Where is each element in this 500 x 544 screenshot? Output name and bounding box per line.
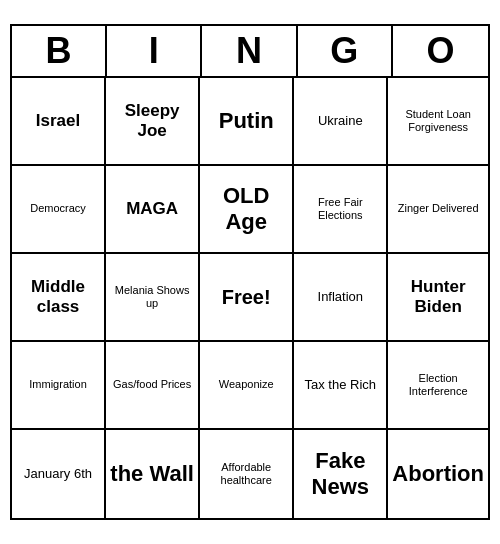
bingo-card: BINGO IsraelSleepy JoePutinUkraineStuden…	[10, 24, 490, 520]
bingo-cell-9: Zinger Delivered	[388, 166, 488, 254]
bingo-cell-15: Immigration	[12, 342, 106, 430]
bingo-grid: IsraelSleepy JoePutinUkraineStudent Loan…	[12, 78, 488, 518]
bingo-cell-22: Affordable healthcare	[200, 430, 294, 518]
bingo-cell-10: Middle class	[12, 254, 106, 342]
bingo-header: BINGO	[12, 26, 488, 78]
bingo-cell-4: Student Loan Forgiveness	[388, 78, 488, 166]
bingo-cell-1: Sleepy Joe	[106, 78, 200, 166]
bingo-cell-6: MAGA	[106, 166, 200, 254]
bingo-cell-16: Gas/food Prices	[106, 342, 200, 430]
bingo-letter: B	[12, 26, 107, 76]
bingo-cell-5: Democracy	[12, 166, 106, 254]
bingo-cell-3: Ukraine	[294, 78, 388, 166]
bingo-cell-14: Hunter Biden	[388, 254, 488, 342]
bingo-cell-19: Election Interference	[388, 342, 488, 430]
bingo-cell-0: Israel	[12, 78, 106, 166]
bingo-cell-17: Weaponize	[200, 342, 294, 430]
bingo-cell-23: Fake News	[294, 430, 388, 518]
bingo-letter: N	[202, 26, 297, 76]
bingo-cell-21: the Wall	[106, 430, 200, 518]
bingo-letter: O	[393, 26, 488, 76]
bingo-cell-7: OLD Age	[200, 166, 294, 254]
bingo-cell-13: Inflation	[294, 254, 388, 342]
bingo-letter: I	[107, 26, 202, 76]
bingo-cell-11: Melania Shows up	[106, 254, 200, 342]
bingo-cell-12: Free!	[200, 254, 294, 342]
bingo-cell-8: Free Fair Elections	[294, 166, 388, 254]
bingo-cell-18: Tax the Rich	[294, 342, 388, 430]
bingo-cell-20: January 6th	[12, 430, 106, 518]
bingo-letter: G	[298, 26, 393, 76]
bingo-cell-24: Abortion	[388, 430, 488, 518]
bingo-cell-2: Putin	[200, 78, 294, 166]
